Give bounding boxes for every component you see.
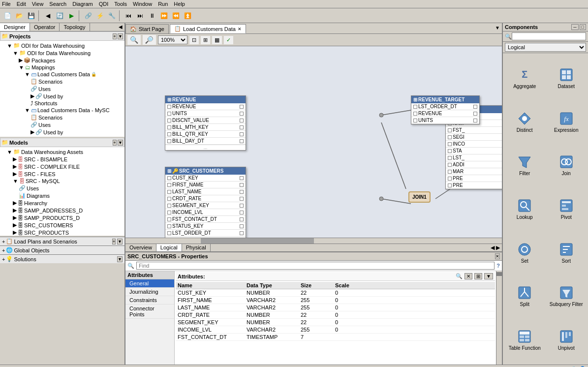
step3-btn[interactable]: ⏸ — [147, 10, 157, 21]
comp-sort[interactable]: Sort — [547, 232, 587, 274]
zoom-out-btn[interactable]: 🔍 — [143, 35, 156, 45]
tree-item-mappings[interactable]: ▼ 🗂 Mappings — [1, 64, 124, 71]
menu-search[interactable]: Search — [49, 1, 66, 7]
props-row-6[interactable]: FST_CONTACT_DT TIMESTAMP 7 — [176, 334, 495, 341]
model-mysql[interactable]: ▼ 🗄 SRC - MySQL — [1, 178, 124, 184]
tree-item-packages[interactable]: ▶ 📦 Packages — [1, 57, 124, 64]
row-discnt[interactable]: DISCNT_VALUE — [165, 117, 246, 124]
props-row-3[interactable]: CRDT_RATE NUMBER 22 0 — [176, 311, 495, 319]
tree-item-shortcuts[interactable]: ⤴ Shortcuts — [1, 100, 124, 107]
row-fstcontact[interactable]: FST_CONTACT_DT — [165, 216, 246, 223]
sync-btn[interactable]: ⚡ — [94, 10, 105, 21]
comp-pivot[interactable]: Pivot — [547, 188, 587, 230]
row-lstorderdt[interactable]: LST_ORDER_DT — [411, 103, 479, 110]
step4-btn[interactable]: ⏩ — [158, 10, 169, 21]
open-btn[interactable]: 📂 — [14, 10, 25, 21]
model-bisample[interactable]: ▶ 🗄 SRC - BISAMPLE — [1, 155, 124, 163]
tab-lcd-close[interactable]: ✕ — [238, 27, 242, 31]
tree-item-scenarios2[interactable]: 📋 Scenarios — [1, 114, 124, 121]
tree-item-lcd2[interactable]: ▼ 🗃 Load Customers Data - MySC — [1, 107, 124, 114]
sol-menu-btn[interactable]: ▼ — [117, 256, 123, 262]
comp-join[interactable]: Join — [547, 144, 587, 186]
row-statkey[interactable]: STATUS_KEY — [165, 223, 246, 230]
comp-filter[interactable]: Filter — [505, 144, 545, 186]
comp-revenue[interactable]: ⊞ REVENUE REVENUE UNITS DISCNT_VALUE — [165, 95, 246, 151]
canvas-tab-logical[interactable]: Logical — [156, 244, 182, 251]
comp-search-input[interactable] — [512, 32, 586, 40]
row-pre2[interactable]: PRE — [446, 182, 502, 189]
model-srccust[interactable]: ▶ 🗄 SRC_CUSTOMERS — [1, 221, 124, 229]
comp-rev-target[interactable]: ⊞ REVENUE_TARGET LST_ORDER_DT REVENUE UN… — [411, 95, 480, 124]
model-dwa[interactable]: ▼ 📁 Data Warehousing Assets — [1, 148, 124, 155]
models-header[interactable]: 📁 Models + ▼ — [0, 138, 124, 147]
comp-maximize-btn[interactable]: □ — [580, 24, 586, 30]
menu-file[interactable]: File — [2, 1, 11, 7]
props-vscrollbar[interactable] — [496, 271, 502, 365]
canvas-hscrollbar[interactable] — [125, 238, 502, 244]
fit-btn[interactable]: ⊡ — [189, 36, 199, 44]
model-uses[interactable]: 🔗 Uses — [1, 184, 124, 192]
tree-item-usedby[interactable]: ▶ 🔗 Used by — [1, 92, 124, 100]
model-hier[interactable]: ▶ 🗄 Hierarchy — [1, 199, 124, 207]
lp-menu-btn[interactable]: ▼ — [117, 239, 123, 245]
projects-menu-btn[interactable]: ▼ — [118, 33, 123, 39]
props-item-constraints[interactable]: Constraints — [125, 296, 174, 305]
row-incomelvl[interactable]: INCOME_LVL — [165, 209, 246, 216]
panel-close-btn[interactable]: ◀ — [117, 23, 124, 31]
row-revenue[interactable]: REVENUE — [165, 103, 246, 110]
step6-btn[interactable]: ⏫ — [182, 10, 193, 21]
comp-src-customers[interactable]: ⊞ 🔑 SRC_CUSTOMERS CUST_KEY FIRST_NAME LA — [165, 167, 246, 244]
props-help-icon[interactable]: ? — [496, 263, 500, 269]
props-item-connector[interactable]: Connector Points — [125, 305, 174, 319]
row-sta[interactable]: STA — [446, 148, 502, 154]
row-units2[interactable]: UNITS — [411, 117, 479, 124]
projects-header[interactable]: 📁 Projects + ▼ — [0, 31, 124, 41]
zoom-in-btn[interactable]: 🔍 — [127, 35, 141, 45]
row-units[interactable]: UNITS — [165, 110, 246, 117]
comp-join1[interactable]: JOIN1 — [408, 191, 431, 203]
step-btn[interactable]: ⏮ — [123, 10, 134, 21]
props-row-4[interactable]: SEGMENT_KEY NUMBER 22 0 — [176, 319, 495, 326]
lp-add-btn[interactable]: + — [112, 239, 116, 245]
center-btn[interactable]: ⊞ — [201, 36, 210, 44]
row-lastname[interactable]: LAST_NAME — [165, 188, 246, 195]
props-row-2[interactable]: LAST_NAME VARCHAR2 255 0 — [176, 304, 495, 311]
comp-lookup[interactable]: Lookup — [505, 188, 545, 230]
menu-window[interactable]: Window — [133, 1, 152, 7]
row-lst[interactable]: LST_ — [446, 154, 502, 161]
tabs-scroll-btn[interactable]: ▼ — [493, 24, 502, 33]
sol-btn[interactable]: ▼ — [117, 256, 123, 262]
row-pre1[interactable]: PRE — [446, 175, 502, 182]
tree-item-scenarios[interactable]: 📋 Scenarios — [1, 78, 124, 85]
zoom-select[interactable]: 100% 50% 75% 125% 150% 200% — [158, 35, 187, 44]
load-plans-header[interactable]: + 📋 Load Plans and Scenarios + ▼ — [0, 237, 124, 245]
row-firstname[interactable]: FIRST_NAME — [165, 182, 246, 188]
back-btn[interactable]: ◀ — [42, 10, 53, 21]
tree-item-odi[interactable]: ▼ 📁 ODI for Data Warehousing — [1, 42, 124, 49]
row-inco[interactable]: INCO — [446, 141, 502, 148]
menu-diagram[interactable]: Diagram — [72, 1, 93, 7]
model-addr[interactable]: ▶ 🗄 SAMP_ADDRESSES_D — [1, 207, 124, 214]
props-search-input[interactable] — [136, 262, 495, 270]
menu-help[interactable]: Help — [174, 1, 185, 7]
menu-run[interactable]: Run — [158, 1, 168, 7]
tree-item-odi2[interactable]: ▼ 📁 ODI for Data Warehousing — [1, 49, 124, 57]
tab-operator[interactable]: Operator — [30, 23, 60, 31]
projects-add-btn[interactable]: + — [113, 33, 116, 39]
menu-edit[interactable]: Edit — [17, 1, 26, 7]
tab-designer[interactable]: Designer — [0, 23, 30, 31]
canvas-hscroll-thumb[interactable] — [201, 238, 314, 244]
new-btn[interactable]: 📄 — [2, 10, 13, 21]
model-diag[interactable]: 📊 Diagrams — [1, 192, 124, 199]
comp-expression[interactable]: fx Expression — [547, 101, 587, 143]
step2-btn[interactable]: ⏭ — [135, 10, 146, 21]
row-custkey[interactable]: CUST_KEY — [165, 175, 246, 182]
model-files[interactable]: ▶ 🗄 SRC - FILES — [1, 170, 124, 178]
models-add-btn[interactable]: + — [113, 140, 116, 146]
props-vscroll-thumb[interactable] — [496, 272, 502, 276]
model-complex[interactable]: ▶ 🗄 SRC - COMPLEX FILE — [1, 163, 124, 170]
comp-dataset[interactable]: Dataset — [547, 57, 587, 99]
tree-item-usedby2[interactable]: ▶ 🔗 Used by — [1, 128, 124, 136]
models-menu-btn[interactable]: ▼ — [118, 140, 123, 146]
canvas-tabs-scroll[interactable]: ◀ ▶ — [489, 244, 502, 251]
